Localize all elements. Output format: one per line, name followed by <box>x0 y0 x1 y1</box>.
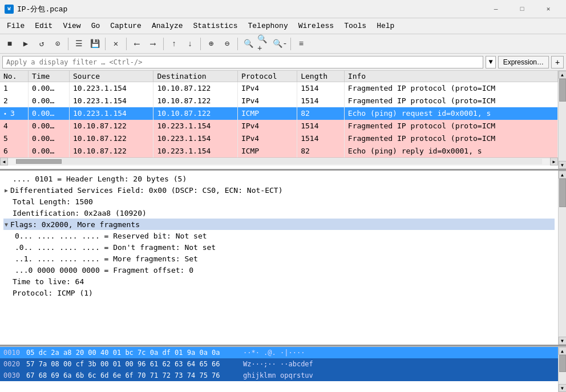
menu-item-analyze[interactable]: Analyze <box>147 21 188 31</box>
packet-table: No.TimeSourceDestinationProtocolLengthIn… <box>0 71 558 157</box>
col-header-protocol[interactable]: Protocol <box>237 71 297 82</box>
save-btn[interactable]: 💾 <box>87 37 102 51</box>
stop-btn[interactable]: ■ <box>2 37 17 51</box>
packet-detail: .... 0101 = Header Length: 20 bytes (5)▶… <box>0 171 566 346</box>
detail-line[interactable]: ▼Flags: 0x2000, More fragments <box>3 219 555 230</box>
menu-item-file[interactable]: File <box>2 21 29 31</box>
detail-line-text: Differentiated Services Field: 0x00 (DSC… <box>10 186 282 195</box>
table-cell: Fragmented IP protocol (proto=ICM <box>344 95 557 107</box>
filter-toolbar-btn[interactable]: ≡ <box>294 37 309 51</box>
minimize-button[interactable]: — <box>483 0 509 18</box>
table-cell: 10.223.1.154 <box>153 120 237 132</box>
table-cell: 1514 <box>297 95 345 107</box>
col-header-time[interactable]: Time <box>29 71 70 82</box>
detail-line: .0.. .... .... .... = Don't fragment: No… <box>3 241 555 253</box>
close-button[interactable]: ✕ <box>535 0 561 18</box>
detail-scroll-down[interactable]: ▼ <box>559 337 567 345</box>
hex-bytes: 67 68 69 6a 6b 6c 6d 6e 6f 70 71 72 73 7… <box>26 371 243 379</box>
toolbar-separator <box>163 38 164 50</box>
menu-item-view[interactable]: View <box>58 21 85 31</box>
table-row[interactable]: • 30.00…10.223.1.15410.10.87.122ICMP82Ec… <box>0 107 558 120</box>
detail-line: ...0 0000 0000 0000 = Fragment offset: 0 <box>3 264 555 276</box>
hex-scroll-track[interactable] <box>559 355 567 384</box>
zoom-out-btn[interactable]: ⊖ <box>220 37 235 51</box>
hex-bytes: 57 7a 08 00 cf 3b 00 01 00 96 61 62 63 6… <box>26 360 243 368</box>
menu-item-go[interactable]: Go <box>87 21 105 31</box>
detail-scroll-track[interactable] <box>559 179 567 337</box>
restart-btn[interactable]: ↺ <box>34 37 49 51</box>
maximize-button[interactable]: □ <box>509 0 535 18</box>
col-header-info[interactable]: Info <box>344 71 557 82</box>
back-btn[interactable]: ⟵ <box>130 37 144 51</box>
table-row[interactable]: 40.00…10.10.87.12210.223.1.154IPv41514Fr… <box>0 120 558 132</box>
col-header-length[interactable]: Length <box>297 71 345 82</box>
table-cell: 2 <box>0 95 29 107</box>
search-btn[interactable]: 🔍 <box>241 37 256 51</box>
detail-scroll-thumb[interactable] <box>559 179 566 207</box>
col-header-destination[interactable]: Destination <box>153 71 237 82</box>
detail-line-text: ..1. .... .... .... = More fragments: Se… <box>15 254 198 263</box>
detail-line: Protocol: ICMP (1) <box>3 287 555 298</box>
table-cell: 10.223.1.154 <box>70 95 153 107</box>
table-cell: 10.223.1.154 <box>153 145 237 157</box>
scroll-up-btn[interactable]: ▲ <box>559 71 567 79</box>
menu-item-help[interactable]: Help <box>372 21 399 31</box>
hex-ascii: ··*· .@. ·|···· <box>243 349 305 357</box>
menu-item-wireless[interactable]: Wireless <box>294 21 338 31</box>
table-row[interactable]: 20.00…10.223.1.15410.10.87.122IPv41514Fr… <box>0 95 558 107</box>
menu-item-telephony[interactable]: Telephony <box>244 21 293 31</box>
zoom-in-btn[interactable]: ⊕ <box>204 37 219 51</box>
hex-scroll-thumb[interactable] <box>559 355 566 372</box>
detail-vscroll[interactable]: ▲ ▼ <box>558 171 566 345</box>
filter-dropdown[interactable]: ▼ <box>486 56 495 68</box>
menu-item-statistics[interactable]: Statistics <box>188 21 242 31</box>
table-cell: 10.223.1.154 <box>153 132 237 145</box>
table-cell: IPv4 <box>237 95 297 107</box>
detail-line-text: .0.. .... .... .... = Don't fragment: No… <box>15 243 216 252</box>
close-btn[interactable]: ✕ <box>108 37 123 51</box>
menu-item-capture[interactable]: Capture <box>106 21 146 31</box>
scroll-thumb[interactable] <box>559 79 566 102</box>
up-btn[interactable]: ↑ <box>167 37 181 51</box>
table-cell: 82 <box>297 107 345 120</box>
filter-plus-button[interactable]: + <box>551 56 564 68</box>
fwd-btn[interactable]: ⟶ <box>145 37 160 51</box>
search-minus-btn[interactable]: 🔍- <box>273 37 288 51</box>
open-btn[interactable]: ☰ <box>71 37 86 51</box>
packet-list: No.TimeSourceDestinationProtocolLengthIn… <box>0 71 566 171</box>
scroll-track[interactable] <box>559 79 567 161</box>
hex-offset: 0020 <box>3 360 26 368</box>
start-btn[interactable]: ▶ <box>18 37 33 51</box>
filter-input[interactable] <box>2 56 483 68</box>
table-row[interactable]: 10.00…10.223.1.15410.10.87.122IPv41514Fr… <box>0 82 558 95</box>
detail-line[interactable]: ▶Differentiated Services Field: 0x00 (DS… <box>3 184 555 196</box>
hex-scroll-up[interactable]: ▲ <box>559 347 567 355</box>
detail-scroll-up[interactable]: ▲ <box>559 171 567 179</box>
search-plus-btn[interactable]: 🔍+ <box>257 37 272 51</box>
table-row[interactable]: 60.00…10.10.87.12210.223.1.154ICMP82Echo… <box>0 145 558 157</box>
hex-vscroll[interactable]: ▲ ▼ <box>558 347 566 392</box>
horizontal-scrollbar[interactable]: ◀ ▶ <box>0 157 558 165</box>
table-cell: Fragmented IP protocol (proto=ICM <box>344 82 557 95</box>
down-btn[interactable]: ↓ <box>183 37 197 51</box>
hex-scroll-down[interactable]: ▼ <box>559 384 567 392</box>
expression-button[interactable]: Expression… <box>498 56 549 68</box>
detail-line-text: 0... .... .... .... = Reserved bit: Not … <box>15 232 207 240</box>
detail-line: Time to live: 64 <box>3 276 555 287</box>
col-header-source[interactable]: Source <box>70 71 153 82</box>
window-controls: — □ ✕ <box>483 0 561 18</box>
packet-list-vscroll[interactable]: ▲ ▼ <box>558 71 566 169</box>
col-header-no[interactable]: No. <box>0 71 29 82</box>
table-cell: 10.223.1.154 <box>70 107 153 120</box>
options-btn[interactable]: ⊙ <box>50 37 65 51</box>
detail-line-text: Flags: 0x2000, More fragments <box>10 220 140 229</box>
toolbar: ■▶↺⊙☰💾✕⟵⟶↑↓⊕⊖🔍🔍+🔍-≡ <box>0 34 566 54</box>
toolbar-separator <box>105 38 106 50</box>
menu-item-tools[interactable]: Tools <box>339 21 371 31</box>
table-cell: Fragmented IP protocol (proto=ICM <box>344 120 557 132</box>
table-cell: 1514 <box>297 82 345 95</box>
hex-ascii: ghijklmn opqrstuv <box>243 371 313 379</box>
scroll-down-btn[interactable]: ▼ <box>559 161 567 169</box>
table-row[interactable]: 50.00…10.10.87.12210.223.1.154IPv41514Fr… <box>0 132 558 145</box>
menu-item-edit[interactable]: Edit <box>30 21 57 31</box>
